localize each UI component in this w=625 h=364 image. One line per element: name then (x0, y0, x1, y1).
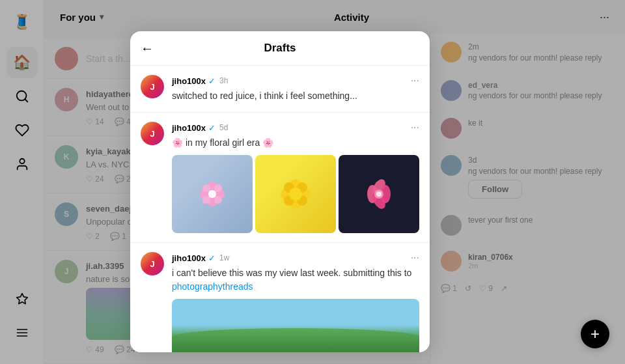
drafts-title: Drafts (264, 42, 296, 55)
draft-time-2: 5d (219, 123, 228, 132)
draft-text-3: i can't believe this was my view last we… (172, 266, 419, 294)
draft-item-2[interactable]: J jiho100x ✓ 5d ··· 🌸 in my floral girl … (130, 113, 430, 243)
svg-point-13 (202, 196, 210, 204)
draft-verified-1: ✓ (208, 76, 215, 86)
draft-text-1: switched to red juice, i think i feel so… (172, 89, 419, 103)
fab-button[interactable]: + (581, 320, 609, 348)
draft-item-1[interactable]: J jiho100x ✓ 3h ··· switched to red juic… (130, 66, 430, 113)
draft-body-3: jiho100x ✓ 1w ··· i can't believe this w… (172, 252, 419, 352)
svg-point-11 (202, 184, 210, 192)
draft-dots-2[interactable]: ··· (411, 122, 419, 133)
draft-body-1: jiho100x ✓ 3h ··· switched to red juice,… (172, 75, 419, 103)
drafts-list: J jiho100x ✓ 3h ··· switched to red juic… (130, 66, 430, 352)
drafts-header: ← Drafts (130, 31, 430, 66)
svg-point-30 (376, 191, 382, 197)
svg-point-14 (214, 196, 222, 204)
svg-point-15 (208, 190, 216, 198)
draft-avatar-1: J (141, 75, 164, 98)
draft-dots-3[interactable]: ··· (411, 252, 419, 264)
svg-point-24 (289, 188, 302, 201)
drafts-back-button[interactable]: ← (141, 41, 154, 56)
draft-avatar-3: J (141, 252, 164, 275)
draft-link-3[interactable]: photographythreads (172, 281, 253, 292)
draft-caption-2: 🌸 in my floral girl era 🌸 (172, 136, 419, 150)
draft-image-pink (339, 155, 419, 233)
draft-images-2 (172, 155, 419, 233)
draft-username-row-3: jiho100x ✓ 1w ··· (172, 252, 419, 264)
draft-image-yellow (255, 155, 336, 233)
draft-username-1: jiho100x (172, 76, 206, 86)
drafts-modal: ← Drafts J jiho100x ✓ 3h ··· switched to… (130, 31, 430, 352)
draft-image-flower (172, 155, 253, 233)
draft-username-2: jiho100x (172, 123, 206, 133)
draft-time-1: 3h (219, 76, 228, 85)
draft-item-3[interactable]: J jiho100x ✓ 1w ··· i can't believe this… (130, 243, 430, 352)
svg-point-12 (214, 184, 222, 192)
draft-verified-2: ✓ (208, 123, 215, 133)
draft-body-2: jiho100x ✓ 5d ··· 🌸 in my floral girl er… (172, 122, 419, 233)
draft-verified-3: ✓ (208, 253, 215, 263)
draft-username-3: jiho100x (172, 253, 206, 263)
draft-username-row-2: jiho100x ✓ 5d ··· (172, 122, 419, 133)
draft-username-row-1: jiho100x ✓ 3h ··· (172, 75, 419, 87)
draft-landscape-hills (172, 328, 419, 352)
draft-avatar-2: J (141, 122, 164, 145)
draft-time-3: 1w (219, 253, 229, 262)
draft-landscape-image (172, 299, 419, 352)
draft-dots-1[interactable]: ··· (411, 75, 419, 87)
